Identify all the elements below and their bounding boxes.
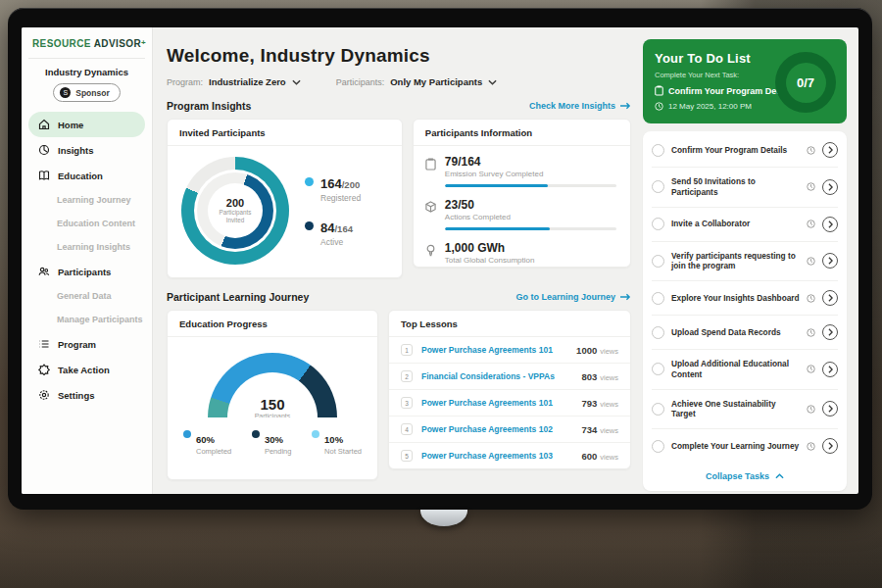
task-checkbox[interactable] — [652, 363, 664, 375]
lesson-title[interactable]: Power Purchase Agreements 103 — [421, 451, 572, 461]
legend-value: 84 — [320, 220, 334, 235]
sidebar-item-insights[interactable]: Insights — [28, 137, 145, 163]
lesson-title[interactable]: Power Purchase Agreements 101 — [421, 345, 567, 355]
sidebar-item-general-data[interactable]: General Data — [28, 284, 145, 308]
sidebar-item-participants[interactable]: Participants — [28, 259, 145, 284]
clock-icon — [807, 405, 815, 414]
task-checkbox[interactable] — [652, 326, 664, 339]
chevron-up-icon — [775, 473, 784, 479]
program-filter-label: Program: — [167, 77, 203, 87]
task-checkbox[interactable] — [652, 218, 664, 230]
task-checkbox[interactable] — [652, 440, 664, 453]
sidebar-nav: Home Insights Education Learning Journey… — [28, 112, 145, 408]
task-checkbox[interactable] — [652, 180, 664, 193]
legend-pct: 10% — [324, 434, 343, 445]
legend-denominator: /200 — [342, 179, 361, 190]
clock-icon — [807, 182, 815, 191]
education-gauge-chart: 150 Participants — [208, 353, 337, 417]
sidebar-item-education-content[interactable]: Education Content — [28, 212, 145, 235]
education-gauge-center: 150 Participants — [208, 396, 337, 417]
stat-bar-fill — [445, 227, 550, 230]
clock-icon — [655, 102, 663, 111]
lesson-views: 1000views — [576, 345, 618, 356]
sidebar-item-label: Learning Insights — [57, 242, 130, 252]
task-label[interactable]: Explore Your Insights Dashboard — [671, 293, 800, 304]
invited-donut-chart: 200 Participants Invited — [181, 157, 289, 265]
lesson-row[interactable]: 1 Power Purchase Agreements 101 1000view… — [389, 337, 630, 364]
task-checkbox[interactable] — [652, 403, 664, 416]
task-label[interactable]: Complete Your Learning Journey — [671, 441, 800, 452]
clock-icon — [807, 442, 815, 451]
task-label[interactable]: Upload Additional Educational Content — [671, 359, 800, 380]
education-card-title: Education Progress — [168, 311, 377, 337]
task-open-button[interactable] — [822, 253, 838, 269]
clock-icon — [807, 220, 815, 228]
task-open-button[interactable] — [822, 362, 838, 377]
stat-value: 1,000 GWh — [445, 241, 616, 255]
people-icon — [38, 266, 50, 277]
sidebar-item-learning-journey[interactable]: Learning Journey — [28, 188, 145, 212]
sidebar-item-manage-participants[interactable]: Manage Participants — [28, 308, 145, 331]
sidebar-item-program[interactable]: Program — [28, 331, 145, 357]
sidebar-item-settings[interactable]: Settings — [28, 382, 145, 408]
program-insights-header: Program Insights Check More Insights — [167, 100, 631, 112]
collapse-tasks-link[interactable]: Collapse Tasks — [652, 463, 838, 491]
lesson-rank: 4 — [401, 423, 413, 435]
stat-body: 79/164 Emission Survey Completed — [445, 155, 616, 187]
lesson-title[interactable]: Power Purchase Agreements 102 — [421, 424, 572, 434]
sidebar-item-home[interactable]: Home — [28, 112, 145, 137]
chevron-right-icon — [828, 220, 833, 228]
education-gauge-wrap: 150 Participants 60%Completed 30%Pending — [168, 337, 377, 479]
learning-journey-header: Participant Learning Journey Go to Learn… — [167, 291, 631, 303]
sidebar-item-label: Settings — [58, 390, 94, 401]
task-label[interactable]: Achieve One Sustainability Target — [671, 399, 800, 420]
go-to-learning-journey-link[interactable]: Go to Learning Journey — [515, 292, 631, 302]
task-open-button[interactable] — [822, 142, 838, 158]
task-open-button[interactable] — [822, 179, 838, 195]
legend-item-active: 84/164 Active — [305, 219, 361, 247]
lesson-views-suffix: views — [600, 347, 618, 356]
lesson-row[interactable]: 2 Financial Considerations - VPPAs 803vi… — [389, 364, 630, 390]
background-shadow-bottom — [0, 529, 882, 588]
legend-label: Registered — [320, 193, 361, 203]
program-filter[interactable]: Program: Industrialize Zero — [167, 76, 301, 87]
sidebar-divider — [28, 58, 145, 59]
task-row: Complete Your Learning Journey — [652, 429, 838, 463]
insights-cards-row: Invited Participants 200 Participants In… — [167, 119, 631, 278]
chevron-right-icon — [828, 257, 833, 265]
legend-dot — [252, 430, 260, 438]
lesson-row[interactable]: 5 Power Purchase Agreements 103 600views — [389, 443, 630, 468]
task-label[interactable]: Confirm Your Program Details — [671, 145, 800, 156]
legend-pct: 60% — [196, 434, 215, 445]
lesson-title[interactable]: Financial Considerations - VPPAs — [421, 371, 572, 381]
task-open-button[interactable] — [822, 290, 838, 306]
clock-icon — [807, 257, 815, 266]
lesson-row[interactable]: 4 Power Purchase Agreements 102 734views — [389, 416, 630, 443]
lesson-title[interactable]: Power Purchase Agreements 101 — [421, 398, 572, 408]
sidebar-item-take-action[interactable]: Take Action — [28, 357, 145, 382]
task-checkbox[interactable] — [652, 144, 664, 157]
chevron-down-icon — [292, 79, 301, 85]
participants-filter[interactable]: Participants: Only My Participants — [336, 76, 498, 87]
task-open-button[interactable] — [822, 217, 838, 232]
lesson-rank: 3 — [401, 397, 413, 409]
task-checkbox[interactable] — [652, 292, 664, 305]
gear-icon — [38, 389, 50, 401]
task-label[interactable]: Send 50 Invitations to Participants — [671, 176, 800, 198]
sidebar-item-label: Participants — [58, 267, 111, 277]
task-open-button[interactable] — [822, 438, 838, 454]
task-checkbox[interactable] — [652, 255, 664, 268]
sponsor-badge[interactable]: S Sponsor — [53, 83, 120, 102]
lesson-row[interactable]: 3 Power Purchase Agreements 101 793views — [389, 390, 630, 416]
check-more-insights-link[interactable]: Check More Insights — [529, 101, 631, 111]
task-open-button[interactable] — [822, 401, 838, 416]
sidebar-item-education[interactable]: Education — [28, 163, 145, 188]
legend-dot — [305, 177, 314, 186]
task-label[interactable]: Upload Spend Data Records — [671, 327, 800, 338]
task-label[interactable]: Invite a Collaborator — [671, 219, 800, 229]
task-open-button[interactable] — [822, 324, 838, 340]
sidebar-item-learning-insights[interactable]: Learning Insights — [28, 235, 145, 259]
app-logo[interactable]: RESOURCE ADVISOR+ — [28, 38, 145, 49]
task-label[interactable]: Verify participants requesting to join t… — [671, 251, 800, 272]
lesson-rank: 5 — [401, 450, 413, 462]
